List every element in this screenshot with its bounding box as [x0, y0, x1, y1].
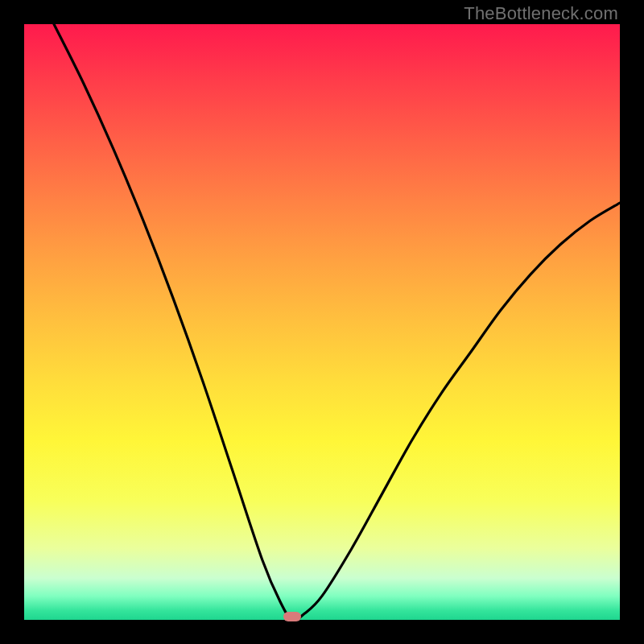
watermark-text: TheBottleneck.com — [464, 3, 618, 24]
curve-path — [54, 24, 620, 621]
bottleneck-curve — [24, 24, 620, 620]
chart-frame: TheBottleneck.com — [0, 0, 644, 644]
optimal-marker — [283, 612, 301, 621]
